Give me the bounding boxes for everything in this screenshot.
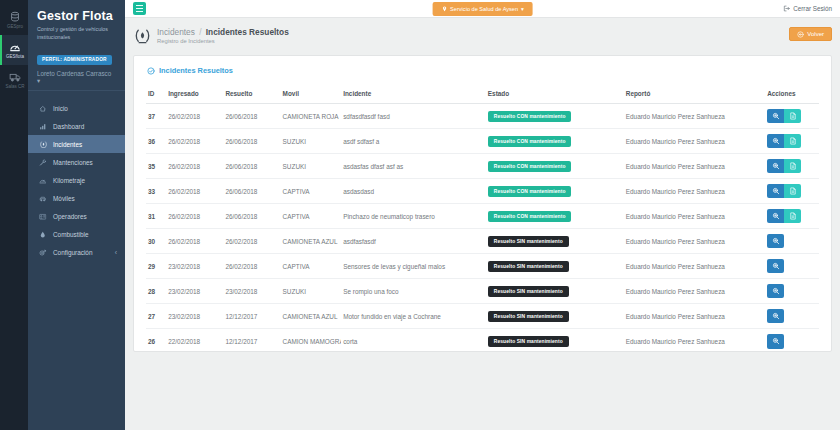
status-badge: Resuelto SIN mantenimiento (488, 336, 569, 347)
sidebar-item-incidentes[interactable]: Incidentes (28, 135, 125, 153)
rail-item-label: Salas CR (5, 84, 24, 89)
page-titles: Incidentes / Incidentes Resueltos Regist… (157, 28, 289, 45)
bar-chart-icon (39, 123, 48, 131)
cell-movil: CAMIONETA ROJA (281, 104, 342, 129)
sidebar-item-combustible[interactable]: Combustible (28, 225, 125, 243)
chevron-left-icon: ‹ (115, 249, 117, 256)
cell-resuelto: 26/06/2018 (223, 104, 280, 129)
status-badge: Resuelto CON mantenimiento (488, 186, 572, 197)
maintenance-report-button[interactable] (784, 209, 801, 224)
logout-button[interactable]: Cerrar Sesión (783, 5, 832, 12)
cell-reporto: Eduardo Mauricio Perez Sanhueza (624, 129, 765, 154)
view-incident-button[interactable] (767, 184, 784, 199)
brand: Gestor Flota Control y gestión de vehícu… (28, 0, 125, 43)
view-incident-button[interactable] (767, 309, 784, 324)
cell-reporto: Eduardo Mauricio Perez Sanhueza (624, 104, 765, 129)
cell-movil: CAPTIVA (281, 254, 342, 279)
row-actions (767, 109, 815, 124)
maintenance-report-button[interactable] (784, 134, 801, 149)
rail-item-salas-cr[interactable]: Salas CR (0, 65, 28, 95)
back-circle-icon (797, 31, 804, 38)
topbar: Servicio de Salud de Aysen ▾ Cerrar Sesi… (125, 0, 840, 18)
maintenance-report-button[interactable] (784, 159, 801, 174)
cell-id: 35 (146, 154, 166, 179)
view-incident-button[interactable] (767, 334, 784, 349)
table-row: 33 26/02/2018 26/06/2018 CAPTIVA asdasda… (146, 179, 819, 204)
view-incident-button[interactable] (767, 259, 784, 274)
cell-movil: CAPTIVA (281, 204, 342, 229)
sidebar-item-label: Combustible (53, 231, 89, 238)
sidebar-item-label: Configuración (53, 249, 92, 256)
table-row: 27 23/02/2018 12/12/2017 CAMIONETA AZUL … (146, 304, 819, 329)
cell-movil: CAPTIVA (281, 179, 342, 204)
gears-icon (39, 249, 48, 257)
incidents-flame-icon (133, 28, 152, 45)
row-actions (767, 259, 815, 274)
user-name: Loreto Cardenas Carrasco (37, 70, 111, 77)
col-header-incidente: Incidente (341, 85, 486, 104)
sidebar-item-operadores[interactable]: Operadores (28, 207, 125, 225)
view-incident-button[interactable] (767, 159, 784, 174)
view-incident-button[interactable] (767, 209, 784, 224)
cell-ingresado: 26/02/2018 (166, 154, 223, 179)
cell-incidente: corta (341, 329, 486, 353)
service-selector-label: Servicio de Salud de Aysen (450, 6, 518, 12)
page-header: Incidentes / Incidentes Resueltos Regist… (125, 18, 840, 55)
sidebar-toggle-button[interactable] (133, 2, 146, 15)
maintenance-report-button[interactable] (784, 109, 801, 124)
table-header-row: ID Ingresado Resuelto Movil Incidente Es… (146, 85, 819, 104)
rail-item-label: GESflota (6, 54, 24, 59)
profile-role-badge[interactable]: PERFIL: ADMINISTRADOR (37, 55, 112, 65)
sidebar-item-dashboard[interactable]: Dashboard (28, 117, 125, 135)
cell-movil: CAMIONETA AZUL (281, 229, 342, 254)
sidebar-item-label: Móviles (53, 195, 75, 202)
view-incident-button[interactable] (767, 134, 784, 149)
cell-movil: CAMION MAMOGRAFO (281, 329, 342, 353)
cell-ingresado: 26/02/2018 (166, 229, 223, 254)
status-badge: Resuelto SIN mantenimiento (488, 236, 569, 247)
rail-item-gespro[interactable]: GESpro (0, 5, 28, 35)
cell-reporto: Eduardo Mauricio Perez Sanhueza (624, 279, 765, 304)
cell-resuelto: 26/06/2018 (223, 154, 280, 179)
sidebar-item-configuracion[interactable]: Configuración‹ (28, 243, 125, 261)
cell-resuelto: 26/06/2018 (223, 129, 280, 154)
id-card-icon (39, 213, 48, 221)
droplet-icon (39, 231, 48, 239)
view-incident-button[interactable] (767, 234, 784, 249)
sidebar-item-label: Inicio (53, 105, 68, 112)
sidebar-item-label: Operadores (53, 213, 87, 220)
sidebar-item-inicio[interactable]: Inicio (28, 99, 125, 117)
breadcrumb-parent[interactable]: Incidentes (157, 27, 195, 37)
cell-id: 26 (146, 329, 166, 353)
sidebar-item-moviles[interactable]: Móviles (28, 189, 125, 207)
logout-label: Cerrar Sesión (793, 5, 832, 12)
cell-resuelto: 26/06/2018 (223, 179, 280, 204)
page-subtitle: Registro de Incidentes (157, 38, 289, 44)
sign-out-icon (783, 5, 790, 12)
table-row: 29 23/02/2018 26/02/2018 CAPTIVA Sensore… (146, 254, 819, 279)
maintenance-report-button[interactable] (784, 184, 801, 199)
table-row: 37 26/02/2018 26/06/2018 CAMIONETA ROJA … (146, 104, 819, 129)
rail-item-gesflota[interactable]: GESflota (0, 35, 28, 65)
view-incident-button[interactable] (767, 284, 784, 299)
flame-icon (39, 141, 48, 149)
view-incident-button[interactable] (767, 109, 784, 124)
cell-reporto: Eduardo Mauricio Perez Sanhueza (624, 204, 765, 229)
sidebar-menu: Inicio Dashboard Incidentes Mantenciones… (28, 99, 125, 261)
cell-incidente: asdfasfasdf (341, 229, 486, 254)
sidebar-item-label: Kilometraje (53, 177, 85, 184)
back-button[interactable]: Volver (789, 27, 832, 41)
page-content: Incidentes / Incidentes Resueltos Regist… (125, 18, 840, 430)
map-pin-icon (441, 6, 447, 12)
sidebar-item-kilometraje[interactable]: Kilometraje (28, 171, 125, 189)
caret-down-icon: ▾ (521, 6, 524, 12)
status-badge: Resuelto CON mantenimiento (488, 161, 572, 172)
cell-resuelto: 23/02/2018 (223, 279, 280, 304)
caret-down-icon: ▾ (37, 77, 40, 84)
cell-ingresado: 22/02/2018 (166, 329, 223, 353)
user-menu[interactable]: Loreto Cardenas Carrasco ▾ (37, 70, 116, 84)
service-selector-button[interactable]: Servicio de Salud de Aysen ▾ (432, 2, 533, 16)
sidebar-item-label: Mantenciones (53, 159, 93, 166)
car-icon (39, 195, 48, 203)
sidebar-item-mantenciones[interactable]: Mantenciones (28, 153, 125, 171)
